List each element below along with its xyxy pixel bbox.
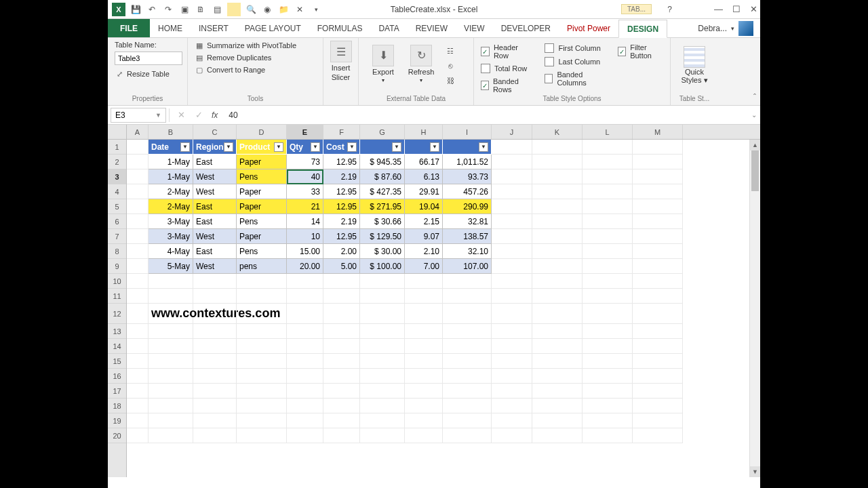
- cell[interactable]: [405, 384, 443, 399]
- row-header-9[interactable]: 9: [108, 259, 126, 274]
- properties-icon[interactable]: ☷: [444, 45, 456, 57]
- cell[interactable]: [360, 399, 405, 413]
- cell[interactable]: [287, 428, 323, 443]
- cell[interactable]: East: [193, 244, 237, 259]
- scroll-down-icon[interactable]: ▼: [750, 466, 760, 477]
- close-window-icon[interactable]: ✕: [294, 3, 306, 16]
- cell[interactable]: [287, 354, 323, 369]
- opt-total-row[interactable]: Total Row: [481, 64, 531, 73]
- cell[interactable]: 2.19: [323, 169, 360, 184]
- cell[interactable]: [405, 399, 443, 413]
- cell[interactable]: West: [193, 184, 237, 199]
- row-header-7[interactable]: 7: [108, 229, 126, 244]
- cell[interactable]: [193, 413, 237, 428]
- cell[interactable]: [237, 354, 287, 369]
- cell[interactable]: [127, 354, 149, 369]
- cell[interactable]: [633, 369, 683, 384]
- cell[interactable]: 138.57: [443, 229, 492, 244]
- cell[interactable]: [492, 214, 532, 229]
- cell[interactable]: 2.15: [405, 214, 443, 229]
- cell[interactable]: 40: [287, 169, 323, 184]
- row-header-12[interactable]: 12: [108, 304, 126, 324]
- cell[interactable]: [127, 413, 149, 428]
- row-header-4[interactable]: 4: [108, 184, 126, 199]
- cell[interactable]: [127, 184, 149, 199]
- cell[interactable]: [237, 339, 287, 354]
- cell[interactable]: Region▼: [193, 140, 237, 155]
- cell[interactable]: [127, 199, 149, 214]
- cell[interactable]: Product▼: [237, 140, 287, 155]
- row-header-3[interactable]: 3: [108, 169, 126, 184]
- cell[interactable]: 32.81: [443, 214, 492, 229]
- cell[interactable]: East: [193, 214, 237, 229]
- cell[interactable]: [443, 413, 492, 428]
- cell[interactable]: [633, 244, 683, 259]
- cell[interactable]: [583, 289, 633, 304]
- name-box[interactable]: E3 ▼: [111, 108, 166, 123]
- cell[interactable]: 12.95: [323, 229, 360, 244]
- cell[interactable]: [405, 304, 443, 324]
- cell[interactable]: 4-May: [149, 244, 193, 259]
- column-header-J[interactable]: J: [492, 125, 532, 139]
- cell[interactable]: [532, 384, 583, 399]
- cell[interactable]: 10: [287, 229, 323, 244]
- fx-icon[interactable]: fx: [208, 110, 222, 120]
- table-name-input[interactable]: [115, 52, 182, 65]
- cell[interactable]: [583, 140, 633, 155]
- cell[interactable]: [532, 354, 583, 369]
- tab-view[interactable]: VIEW: [456, 19, 493, 37]
- cell[interactable]: [443, 304, 492, 324]
- column-header-A[interactable]: A: [127, 125, 149, 139]
- cell[interactable]: West: [193, 259, 237, 274]
- cell[interactable]: 20.00: [287, 259, 323, 274]
- column-header-M[interactable]: M: [633, 125, 683, 139]
- cell[interactable]: [237, 304, 287, 324]
- cell[interactable]: 21: [287, 199, 323, 214]
- cell[interactable]: [532, 274, 583, 289]
- cell[interactable]: [633, 384, 683, 399]
- cell[interactable]: 9.07: [405, 229, 443, 244]
- tab-review[interactable]: REVIEW: [408, 19, 456, 37]
- cell[interactable]: [149, 339, 193, 354]
- cell[interactable]: [583, 399, 633, 413]
- scroll-thumb[interactable]: [751, 150, 759, 191]
- maximize-icon[interactable]: ☐: [732, 4, 741, 14]
- name-box-dropdown-icon[interactable]: ▼: [155, 112, 161, 119]
- cell[interactable]: [405, 339, 443, 354]
- cell[interactable]: Qty▼: [287, 140, 323, 155]
- cell[interactable]: [127, 369, 149, 384]
- cell[interactable]: [323, 428, 360, 443]
- remove-duplicates-button[interactable]: ▤ Remove Duplicates: [195, 53, 316, 62]
- cell[interactable]: [149, 324, 193, 339]
- column-header-G[interactable]: G: [360, 125, 405, 139]
- cell[interactable]: [532, 339, 583, 354]
- cell[interactable]: [492, 339, 532, 354]
- open-browser-icon[interactable]: ⎋: [444, 60, 456, 72]
- cell[interactable]: Paper: [237, 184, 287, 199]
- opt-banded-columns[interactable]: Banded Columns: [545, 70, 604, 87]
- cell[interactable]: 5-May: [149, 259, 193, 274]
- cell[interactable]: 12.95: [323, 199, 360, 214]
- cell[interactable]: [532, 428, 583, 443]
- cell[interactable]: 33: [287, 184, 323, 199]
- cell[interactable]: 1-May: [149, 155, 193, 169]
- cell[interactable]: [287, 384, 323, 399]
- cell[interactable]: [360, 339, 405, 354]
- cell[interactable]: 2-May: [149, 184, 193, 199]
- opt-filter-button[interactable]: ✓Filter Button: [618, 43, 663, 60]
- cell[interactable]: [149, 289, 193, 304]
- cell[interactable]: [405, 324, 443, 339]
- cell[interactable]: 7.00: [405, 259, 443, 274]
- cell[interactable]: [492, 413, 532, 428]
- cell[interactable]: [360, 324, 405, 339]
- row-header-1[interactable]: 1: [108, 140, 126, 155]
- row-header-16[interactable]: 16: [108, 369, 126, 384]
- cell[interactable]: [149, 384, 193, 399]
- cell[interactable]: [492, 140, 532, 155]
- cell[interactable]: $ 271.95: [360, 199, 405, 214]
- enter-formula-icon[interactable]: ✓: [190, 110, 208, 120]
- cell[interactable]: [237, 384, 287, 399]
- globe-icon[interactable]: ◉: [261, 3, 273, 16]
- cell[interactable]: 29.91: [405, 184, 443, 199]
- opt-last-column[interactable]: Last Column: [545, 57, 604, 66]
